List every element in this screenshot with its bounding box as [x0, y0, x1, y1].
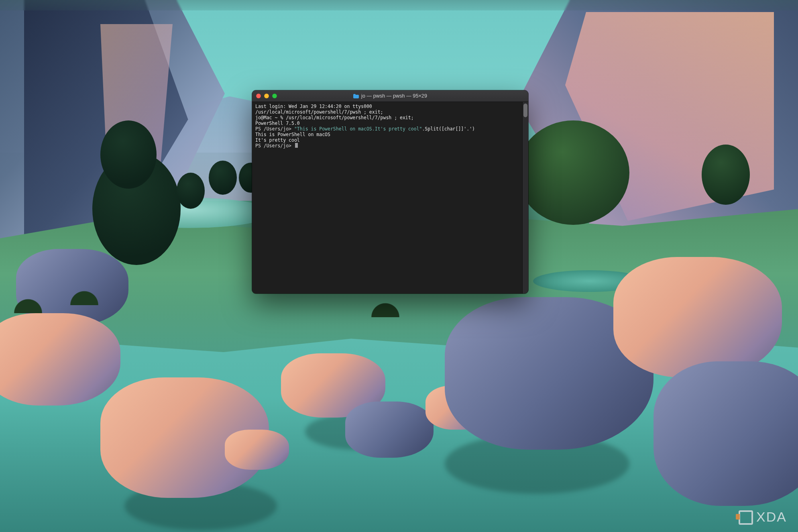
- wallpaper-grass: [60, 281, 108, 305]
- wallpaper-tree: [702, 145, 750, 205]
- wallpaper-tree: [177, 173, 205, 209]
- wallpaper-rock: [613, 257, 782, 377]
- ps-command-string: "This is PowerShell on macOS.It's pretty…: [294, 126, 422, 132]
- watermark: XDA: [739, 509, 787, 525]
- wallpaper-tree: [209, 161, 237, 195]
- window-title-text: jo — pwsh — pwsh — 95×29: [361, 93, 427, 99]
- terminal-line: jo@Mac ~ % /usr/local/microsoft/powershe…: [255, 115, 414, 120]
- terminal-line: PowerShell 7.5.0: [255, 120, 300, 126]
- terminal-line: This is PowerShell on macOS: [255, 132, 330, 137]
- terminal-window[interactable]: jo — pwsh — pwsh — 95×29 Last login: Wed…: [252, 90, 528, 294]
- wallpaper-tree: [100, 120, 157, 189]
- window-title: jo — pwsh — pwsh — 95×29: [252, 93, 528, 99]
- scrollbar-thumb[interactable]: [523, 104, 527, 117]
- ps-prompt: PS /Users/jo>: [255, 126, 294, 132]
- macos-menubar[interactable]: [0, 0, 798, 10]
- scrollbar-track[interactable]: [522, 102, 528, 294]
- close-button[interactable]: [256, 94, 261, 98]
- wallpaper-grass: [4, 289, 52, 313]
- wallpaper-rock: [0, 313, 120, 406]
- wallpaper-rock: [653, 361, 798, 506]
- terminal-line: It's pretty cool: [255, 137, 300, 143]
- wallpaper-grass: [361, 293, 409, 317]
- watermark-text: XDA: [756, 509, 787, 525]
- wallpaper-rock: [225, 430, 289, 470]
- ps-command-tail: .Split([char[]]'.'): [422, 126, 475, 132]
- zoom-button[interactable]: [272, 94, 277, 98]
- terminal-output[interactable]: Last login: Wed Jan 29 12:44:20 on ttys0…: [255, 104, 525, 149]
- ps-prompt: PS /Users/jo>: [255, 143, 291, 149]
- terminal-line: Last login: Wed Jan 29 12:44:20 on ttys0…: [255, 104, 372, 109]
- cursor: [295, 143, 298, 148]
- wallpaper-tree: [517, 120, 629, 225]
- xda-logo-icon: [739, 510, 752, 524]
- minimize-button[interactable]: [264, 94, 269, 98]
- terminal-body[interactable]: Last login: Wed Jan 29 12:44:20 on ttys0…: [252, 102, 528, 294]
- traffic-lights: [252, 94, 277, 98]
- wallpaper-rock: [345, 402, 434, 458]
- terminal-line: /usr/local/microsoft/powershell/7/pwsh ;…: [255, 109, 383, 115]
- folder-icon: [353, 94, 359, 98]
- window-titlebar[interactable]: jo — pwsh — pwsh — 95×29: [252, 90, 528, 102]
